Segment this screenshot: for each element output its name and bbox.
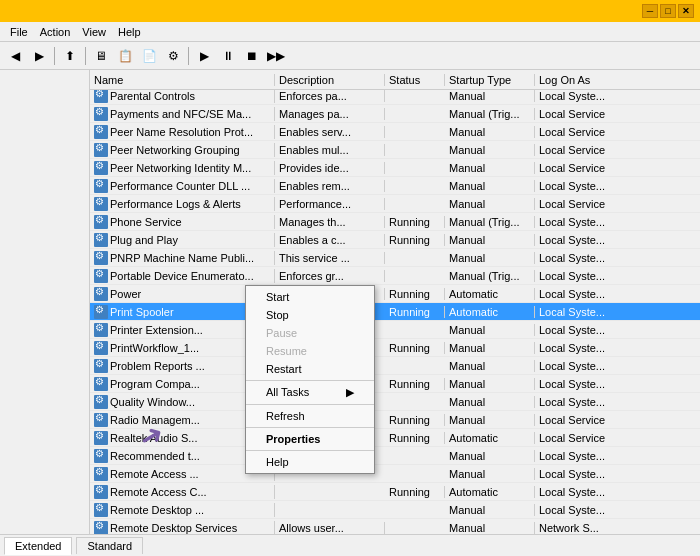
table-row[interactable]: PNRP Machine Name Publi... This service … [90, 249, 700, 267]
table-row[interactable]: Remote Desktop Services Allows user... M… [90, 519, 700, 534]
table-row[interactable]: Plug and Play Enables a c... Running Man… [90, 231, 700, 249]
show-hide-button[interactable]: 🖥 [90, 45, 112, 67]
table-row[interactable]: Realtek Audio S... Running Automatic Loc… [90, 429, 700, 447]
context-menu-item-all-tasks[interactable]: All Tasks▶ [246, 383, 374, 402]
toolbar: ◀ ▶ ⬆ 🖥 📋 📄 ⚙ ▶ ⏸ ⏹ ▶▶ [0, 42, 700, 70]
minimize-button[interactable]: ─ [642, 4, 658, 18]
service-description: Manages pa... [275, 108, 385, 120]
service-name: Remote Access ... [110, 468, 199, 480]
service-name: Peer Name Resolution Prot... [110, 126, 253, 138]
header-status[interactable]: Status [385, 74, 445, 86]
table-row[interactable]: Phone Service Manages th... Running Manu… [90, 213, 700, 231]
table-row[interactable]: Peer Networking Identity M... Provides i… [90, 159, 700, 177]
table-row[interactable]: Parental Controls Enforces pa... Manual … [90, 90, 700, 105]
service-startup-type: Manual [445, 342, 535, 354]
table-row[interactable]: Problem Reports ... Manual Local Syste..… [90, 357, 700, 375]
service-description: Enforces gr... [275, 270, 385, 282]
statusbar: Extended Standard [0, 534, 700, 556]
table-row[interactable]: Program Compa... Running Manual Local Sy… [90, 375, 700, 393]
service-status: Running [385, 414, 445, 426]
table-row[interactable]: Peer Networking Grouping Enables mul... … [90, 141, 700, 159]
table-row[interactable]: PrintWorkflow_1... Running Manual Local … [90, 339, 700, 357]
service-icon [94, 215, 108, 229]
menu-view[interactable]: View [76, 24, 112, 40]
table-row[interactable]: Peer Name Resolution Prot... Enables ser… [90, 123, 700, 141]
table-row[interactable]: Power Manages p... Running Automatic Loc… [90, 285, 700, 303]
service-icon [94, 467, 108, 481]
menu-file[interactable]: File [4, 24, 34, 40]
header-description[interactable]: Description [275, 74, 385, 86]
maximize-button[interactable]: □ [660, 4, 676, 18]
table-row[interactable]: Quality Window... Manual Local Syste... [90, 393, 700, 411]
context-menu-item-refresh[interactable]: Refresh [246, 407, 374, 425]
service-logon: Local Syste... [535, 180, 625, 192]
service-icon [94, 323, 108, 337]
table-row[interactable]: Radio Managem... Running Manual Local Se… [90, 411, 700, 429]
properties-button[interactable]: ⚙ [162, 45, 184, 67]
start-service-button[interactable]: ▶ [193, 45, 215, 67]
service-logon: Local Service [535, 144, 625, 156]
table-row[interactable]: Remote Access C... Running Automatic Loc… [90, 483, 700, 501]
service-logon: Local Service [535, 108, 625, 120]
toolbar-separator-1 [54, 47, 55, 65]
table-row[interactable]: Payments and NFC/SE Ma... Manages pa... … [90, 105, 700, 123]
service-name: Remote Desktop ... [110, 504, 204, 516]
service-description: Performance... [275, 198, 385, 210]
service-description: Enables serv... [275, 126, 385, 138]
table-row[interactable]: Printer Extension... Manual Local Syste.… [90, 321, 700, 339]
forward-button[interactable]: ▶ [28, 45, 50, 67]
context-menu-item-pause: Pause [246, 324, 374, 342]
table-row[interactable]: Remote Desktop ... Manual Local Syste... [90, 501, 700, 519]
tab-extended[interactable]: Extended [4, 537, 72, 555]
service-status: Running [385, 288, 445, 300]
export-button[interactable]: 📋 [114, 45, 136, 67]
new-button[interactable]: 📄 [138, 45, 160, 67]
service-description: Enforces pa... [275, 90, 385, 102]
service-icon [94, 161, 108, 175]
menu-action[interactable]: Action [34, 24, 77, 40]
pause-service-button[interactable]: ⏸ [217, 45, 239, 67]
service-startup-type: Automatic [445, 306, 535, 318]
table-row[interactable]: Performance Logs & Alerts Performance...… [90, 195, 700, 213]
context-menu: StartStopPauseResumeRestartAll Tasks▶Ref… [245, 285, 375, 474]
service-logon: Local Syste... [535, 288, 625, 300]
context-menu-item-restart[interactable]: Restart [246, 360, 374, 378]
table-row[interactable]: Performance Counter DLL ... Enables rem.… [90, 177, 700, 195]
close-button[interactable]: ✕ [678, 4, 694, 18]
header-log-on-as[interactable]: Log On As [535, 74, 625, 86]
up-button[interactable]: ⬆ [59, 45, 81, 67]
context-menu-item-help[interactable]: Help [246, 453, 374, 471]
service-startup-type: Manual [445, 324, 535, 336]
restart-service-button[interactable]: ▶▶ [265, 45, 287, 67]
context-menu-item-start[interactable]: Start [246, 288, 374, 306]
context-menu-item-stop[interactable]: Stop [246, 306, 374, 324]
context-menu-item-properties[interactable]: Properties [246, 430, 374, 448]
service-startup-type: Manual [445, 162, 535, 174]
table-row[interactable]: Print Spooler Running Automatic Local Sy… [90, 303, 700, 321]
services-area: Name Description Status Startup Type Log… [90, 70, 700, 534]
header-startup-type[interactable]: Startup Type [445, 74, 535, 86]
stop-service-button[interactable]: ⏹ [241, 45, 263, 67]
service-icon [94, 359, 108, 373]
service-name: Portable Device Enumerato... [110, 270, 254, 282]
table-row[interactable]: Recommended t... Manual Local Syste... [90, 447, 700, 465]
back-button[interactable]: ◀ [4, 45, 26, 67]
service-logon: Local Service [535, 126, 625, 138]
menu-help[interactable]: Help [112, 24, 147, 40]
table-row[interactable]: Remote Access ... Manual Local Syste... [90, 465, 700, 483]
service-description: This service ... [275, 252, 385, 264]
service-status: Running [385, 432, 445, 444]
titlebar: ─ □ ✕ [0, 0, 700, 22]
tab-standard[interactable]: Standard [76, 537, 143, 554]
table-row[interactable]: Portable Device Enumerato... Enforces gr… [90, 267, 700, 285]
service-logon: Local Syste... [535, 378, 625, 390]
service-logon: Local Syste... [535, 306, 625, 318]
service-logon: Local Syste... [535, 486, 625, 498]
service-icon [94, 197, 108, 211]
service-logon: Local Syste... [535, 252, 625, 264]
service-name: Parental Controls [110, 90, 195, 102]
service-name: Peer Networking Grouping [110, 144, 240, 156]
service-icon [94, 233, 108, 247]
service-icon [94, 503, 108, 517]
header-name[interactable]: Name [90, 74, 275, 86]
